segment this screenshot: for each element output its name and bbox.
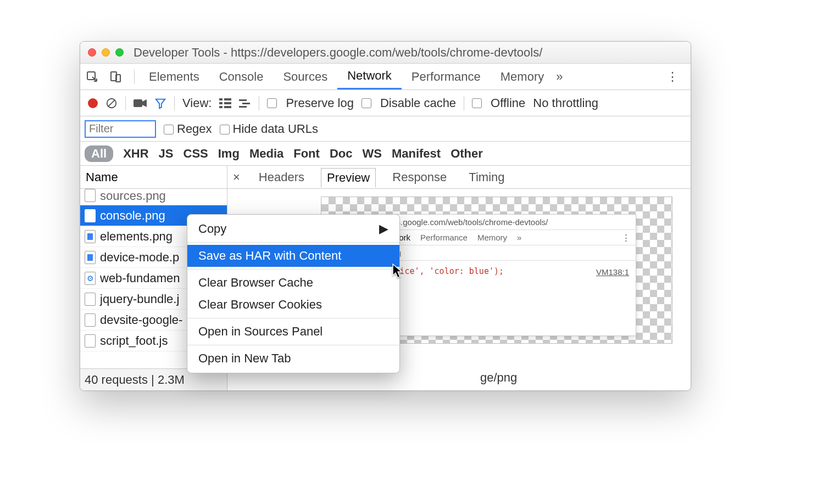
inspect-element-icon[interactable] [86, 70, 99, 83]
request-row[interactable]: sources.png [80, 189, 227, 205]
svg-rect-13 [242, 103, 250, 104]
tabs-overflow-icon[interactable]: » [556, 70, 563, 84]
throttling-select[interactable]: No throttling [533, 96, 598, 110]
tab-network[interactable]: Network [337, 64, 402, 89]
view-small-icon[interactable] [239, 98, 251, 108]
window-controls [88, 48, 124, 57]
preserve-log-toggle[interactable]: Preserve log [267, 96, 354, 110]
disable-cache-toggle[interactable]: Disable cache [362, 96, 456, 110]
network-toolbar: View: Preserve log Disable cache Offline… [80, 90, 691, 116]
type-manifest[interactable]: Manifest [392, 147, 441, 161]
hide-data-urls-toggle[interactable]: Hide data URLs [220, 122, 318, 136]
detail-tab-timing[interactable]: Timing [463, 168, 510, 187]
svg-rect-9 [224, 102, 231, 104]
main-tab-bar: Elements Console Sources Network Perform… [80, 64, 691, 90]
file-icon [85, 293, 96, 306]
offline-toggle[interactable]: Offline [472, 96, 525, 110]
tab-elements[interactable]: Elements [139, 64, 209, 89]
filter-row: Regex Hide data URLs [80, 116, 691, 142]
file-icon [85, 313, 96, 327]
mouse-cursor-icon [392, 264, 403, 281]
device-toggle-icon[interactable] [109, 70, 122, 83]
menu-open-tab[interactable]: Open in New Tab [187, 348, 399, 369]
settings-kebab-icon[interactable]: ⋮ [661, 70, 685, 84]
type-all[interactable]: All [85, 145, 113, 162]
svg-rect-11 [224, 106, 231, 108]
mime-text: ge/png [480, 371, 517, 385]
svg-rect-10 [219, 106, 223, 108]
file-icon [85, 189, 96, 202]
minimize-window-button[interactable] [102, 48, 110, 57]
submenu-arrow-icon: ▶ [379, 222, 388, 236]
menu-save-har[interactable]: Save as HAR with Content [187, 245, 399, 267]
name-header[interactable]: Name [80, 166, 227, 189]
context-menu: Copy ▶ Save as HAR with Content Clear Br… [187, 214, 400, 373]
menu-copy[interactable]: Copy ▶ [187, 218, 399, 240]
menu-open-sources[interactable]: Open in Sources Panel [187, 321, 399, 343]
view-label: View: [182, 96, 212, 110]
record-button[interactable] [88, 98, 98, 108]
clear-icon[interactable] [105, 97, 118, 109]
type-xhr[interactable]: XHR [123, 147, 148, 161]
filter-funnel-icon[interactable] [154, 97, 166, 109]
close-window-button[interactable] [88, 48, 96, 57]
tab-performance[interactable]: Performance [402, 64, 491, 89]
type-ws[interactable]: WS [362, 147, 381, 161]
svg-rect-14 [239, 106, 247, 108]
filter-input[interactable] [85, 120, 156, 138]
view-large-icon[interactable] [219, 98, 231, 108]
tab-memory[interactable]: Memory [491, 64, 554, 89]
file-icon [85, 334, 96, 348]
detail-tab-headers[interactable]: Headers [253, 168, 310, 187]
resource-type-filter: All XHR JS CSS Img Media Font Doc WS Man… [80, 142, 691, 166]
detail-tab-response[interactable]: Response [387, 168, 452, 187]
type-doc[interactable]: Doc [330, 147, 353, 161]
type-media[interactable]: Media [249, 147, 283, 161]
regex-toggle[interactable]: Regex [164, 122, 212, 136]
image-file-icon [85, 251, 96, 264]
zoom-window-button[interactable] [115, 48, 124, 57]
window-title: Developer Tools - https://developers.goo… [134, 46, 542, 60]
svg-rect-7 [224, 98, 231, 100]
titlebar: Developer Tools - https://developers.goo… [80, 42, 691, 64]
menu-clear-cookies[interactable]: Clear Browser Cookies [187, 294, 399, 316]
svg-line-4 [108, 99, 115, 107]
image-file-icon [85, 230, 96, 243]
svg-rect-12 [239, 99, 247, 101]
tab-console[interactable]: Console [209, 64, 274, 89]
thumb-vm-link: VM138:1 [596, 267, 629, 277]
svg-rect-6 [219, 98, 223, 100]
svg-rect-5 [134, 99, 142, 107]
detail-tab-bar: × Headers Preview Response Timing [227, 166, 691, 189]
tab-sources[interactable]: Sources [273, 64, 337, 89]
gear-file-icon [85, 272, 96, 285]
type-css[interactable]: CSS [183, 147, 208, 161]
type-font[interactable]: Font [293, 147, 320, 161]
type-js[interactable]: JS [159, 147, 174, 161]
svg-rect-8 [219, 102, 223, 104]
file-icon [85, 209, 96, 222]
menu-clear-cache[interactable]: Clear Browser Cache [187, 272, 399, 294]
detail-tab-preview[interactable]: Preview [321, 168, 376, 188]
camera-icon[interactable] [134, 98, 147, 108]
type-other[interactable]: Other [451, 147, 483, 161]
type-img[interactable]: Img [218, 147, 240, 161]
close-detail-icon[interactable]: × [233, 170, 240, 184]
